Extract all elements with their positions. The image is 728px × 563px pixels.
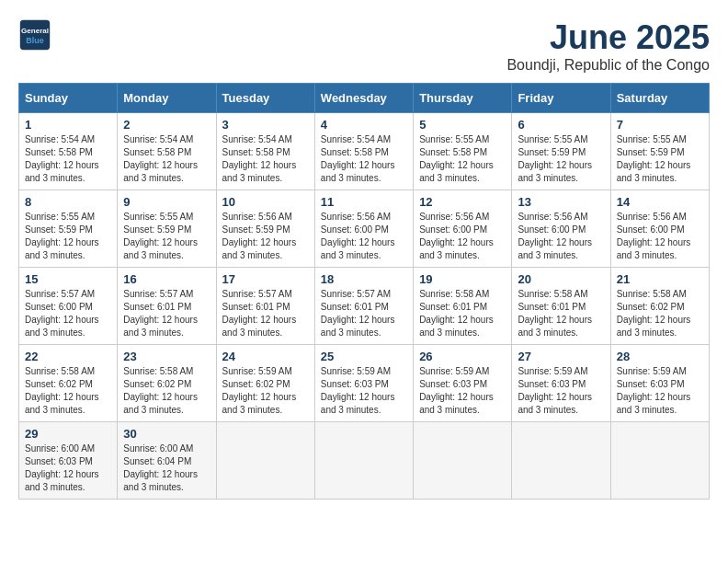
day-number: 15 (25, 272, 111, 286)
day-cell: 24Sunrise: 5:59 AM Sunset: 6:02 PM Dayli… (216, 345, 314, 422)
day-number: 20 (518, 272, 604, 286)
header-cell-wednesday: Wednesday (314, 84, 413, 113)
day-info: Sunrise: 5:55 AM Sunset: 5:59 PM Dayligh… (123, 211, 210, 262)
day-info: Sunrise: 5:57 AM Sunset: 6:01 PM Dayligh… (123, 288, 210, 339)
day-cell: 14Sunrise: 5:56 AM Sunset: 6:00 PM Dayli… (610, 190, 709, 268)
day-info: Sunrise: 5:59 AM Sunset: 6:03 PM Dayligh… (617, 365, 703, 417)
week-row-3: 15Sunrise: 5:57 AM Sunset: 6:00 PM Dayli… (19, 268, 710, 345)
day-info: Sunrise: 5:54 AM Sunset: 5:58 PM Dayligh… (321, 133, 407, 185)
day-cell: 4Sunrise: 5:54 AM Sunset: 5:58 PM Daylig… (314, 113, 413, 190)
day-number: 13 (518, 195, 604, 209)
day-cell: 8Sunrise: 5:55 AM Sunset: 5:59 PM Daylig… (19, 190, 118, 268)
day-cell: 18Sunrise: 5:57 AM Sunset: 6:01 PM Dayli… (314, 268, 413, 345)
day-number: 24 (222, 350, 309, 363)
day-cell (314, 422, 413, 500)
day-info: Sunrise: 5:58 AM Sunset: 6:02 PM Dayligh… (25, 365, 111, 417)
day-cell: 22Sunrise: 5:58 AM Sunset: 6:02 PM Dayli… (19, 345, 118, 422)
day-number: 3 (222, 118, 309, 132)
day-cell: 2Sunrise: 5:54 AM Sunset: 5:58 PM Daylig… (118, 113, 216, 190)
day-number: 25 (321, 350, 407, 363)
day-number: 9 (123, 195, 210, 209)
day-info: Sunrise: 5:59 AM Sunset: 6:02 PM Dayligh… (222, 365, 309, 417)
day-cell: 12Sunrise: 5:56 AM Sunset: 6:00 PM Dayli… (414, 190, 512, 268)
day-cell (216, 422, 314, 500)
day-info: Sunrise: 5:58 AM Sunset: 6:02 PM Dayligh… (123, 365, 210, 417)
day-number: 26 (419, 350, 506, 363)
day-info: Sunrise: 5:56 AM Sunset: 6:00 PM Dayligh… (419, 211, 506, 262)
day-number: 5 (419, 118, 506, 132)
day-cell: 19Sunrise: 5:58 AM Sunset: 6:01 PM Dayli… (414, 268, 512, 345)
day-cell: 9Sunrise: 5:55 AM Sunset: 5:59 PM Daylig… (118, 190, 216, 268)
day-cell: 29Sunrise: 6:00 AM Sunset: 6:03 PM Dayli… (19, 422, 118, 500)
header-cell-friday: Friday (512, 84, 610, 113)
day-cell: 13Sunrise: 5:56 AM Sunset: 6:00 PM Dayli… (512, 190, 610, 268)
day-info: Sunrise: 5:58 AM Sunset: 6:01 PM Dayligh… (419, 288, 506, 339)
logo-icon: General Blue (18, 18, 51, 52)
day-number: 19 (419, 272, 506, 286)
day-info: Sunrise: 5:54 AM Sunset: 5:58 PM Dayligh… (123, 133, 210, 185)
day-info: Sunrise: 5:58 AM Sunset: 6:02 PM Dayligh… (617, 288, 703, 339)
day-number: 4 (321, 118, 407, 132)
day-info: Sunrise: 5:57 AM Sunset: 6:01 PM Dayligh… (222, 288, 309, 339)
week-row-1: 1Sunrise: 5:54 AM Sunset: 5:58 PM Daylig… (19, 113, 710, 190)
header-cell-sunday: Sunday (19, 84, 118, 113)
day-cell: 5Sunrise: 5:55 AM Sunset: 5:58 PM Daylig… (414, 113, 512, 190)
day-number: 8 (25, 195, 111, 209)
day-cell: 1Sunrise: 5:54 AM Sunset: 5:58 PM Daylig… (19, 113, 118, 190)
day-number: 10 (222, 195, 309, 209)
day-cell: 11Sunrise: 5:56 AM Sunset: 6:00 PM Dayli… (314, 190, 413, 268)
day-number: 16 (123, 272, 210, 286)
day-number: 21 (617, 272, 703, 286)
day-number: 29 (25, 427, 111, 441)
day-cell: 28Sunrise: 5:59 AM Sunset: 6:03 PM Dayli… (610, 345, 709, 422)
day-info: Sunrise: 6:00 AM Sunset: 6:04 PM Dayligh… (123, 442, 210, 494)
day-cell (512, 422, 610, 500)
day-number: 17 (222, 272, 309, 286)
day-cell: 26Sunrise: 5:59 AM Sunset: 6:03 PM Dayli… (414, 345, 512, 422)
day-number: 11 (321, 195, 407, 209)
day-info: Sunrise: 5:57 AM Sunset: 6:01 PM Dayligh… (321, 288, 407, 339)
day-info: Sunrise: 5:55 AM Sunset: 5:59 PM Dayligh… (617, 133, 703, 185)
header-cell-thursday: Thursday (414, 84, 512, 113)
day-cell: 17Sunrise: 5:57 AM Sunset: 6:01 PM Dayli… (216, 268, 314, 345)
day-number: 7 (617, 118, 703, 132)
day-info: Sunrise: 5:54 AM Sunset: 5:58 PM Dayligh… (25, 133, 111, 185)
title-section: June 2025 Boundji, Republic of the Congo (506, 18, 710, 74)
day-info: Sunrise: 5:55 AM Sunset: 5:58 PM Dayligh… (419, 133, 506, 185)
week-row-5: 29Sunrise: 6:00 AM Sunset: 6:03 PM Dayli… (19, 422, 710, 500)
day-cell: 30Sunrise: 6:00 AM Sunset: 6:04 PM Dayli… (118, 422, 216, 500)
day-info: Sunrise: 5:55 AM Sunset: 5:59 PM Dayligh… (25, 211, 111, 262)
day-info: Sunrise: 5:55 AM Sunset: 5:59 PM Dayligh… (518, 133, 604, 185)
day-info: Sunrise: 6:00 AM Sunset: 6:03 PM Dayligh… (25, 442, 111, 494)
location-title: Boundji, Republic of the Congo (506, 57, 710, 74)
day-info: Sunrise: 5:56 AM Sunset: 5:59 PM Dayligh… (222, 211, 309, 262)
day-number: 12 (419, 195, 506, 209)
day-info: Sunrise: 5:59 AM Sunset: 6:03 PM Dayligh… (321, 365, 407, 417)
calendar-table: SundayMondayTuesdayWednesdayThursdayFrid… (18, 83, 710, 500)
day-cell: 16Sunrise: 5:57 AM Sunset: 6:01 PM Dayli… (118, 268, 216, 345)
day-number: 28 (617, 350, 703, 363)
header-cell-tuesday: Tuesday (216, 84, 314, 113)
day-info: Sunrise: 5:57 AM Sunset: 6:00 PM Dayligh… (25, 288, 111, 339)
day-number: 14 (617, 195, 703, 209)
day-cell: 7Sunrise: 5:55 AM Sunset: 5:59 PM Daylig… (610, 113, 709, 190)
week-row-4: 22Sunrise: 5:58 AM Sunset: 6:02 PM Dayli… (19, 345, 710, 422)
month-title: June 2025 (506, 18, 710, 57)
day-number: 18 (321, 272, 407, 286)
day-number: 30 (123, 427, 210, 441)
day-info: Sunrise: 5:56 AM Sunset: 6:00 PM Dayligh… (518, 211, 604, 262)
day-cell: 23Sunrise: 5:58 AM Sunset: 6:02 PM Dayli… (118, 345, 216, 422)
day-info: Sunrise: 5:56 AM Sunset: 6:00 PM Dayligh… (617, 211, 703, 262)
day-info: Sunrise: 5:58 AM Sunset: 6:01 PM Dayligh… (518, 288, 604, 339)
page-header: General Blue June 2025 Boundji, Republic… (18, 18, 710, 74)
day-cell: 27Sunrise: 5:59 AM Sunset: 6:03 PM Dayli… (512, 345, 610, 422)
day-info: Sunrise: 5:59 AM Sunset: 6:03 PM Dayligh… (518, 365, 604, 417)
svg-text:Blue: Blue (26, 36, 44, 45)
svg-text:General: General (21, 27, 49, 35)
day-cell: 15Sunrise: 5:57 AM Sunset: 6:00 PM Dayli… (19, 268, 118, 345)
day-cell: 6Sunrise: 5:55 AM Sunset: 5:59 PM Daylig… (512, 113, 610, 190)
day-info: Sunrise: 5:59 AM Sunset: 6:03 PM Dayligh… (419, 365, 506, 417)
day-info: Sunrise: 5:56 AM Sunset: 6:00 PM Dayligh… (321, 211, 407, 262)
day-cell (610, 422, 709, 500)
day-cell: 25Sunrise: 5:59 AM Sunset: 6:03 PM Dayli… (314, 345, 413, 422)
